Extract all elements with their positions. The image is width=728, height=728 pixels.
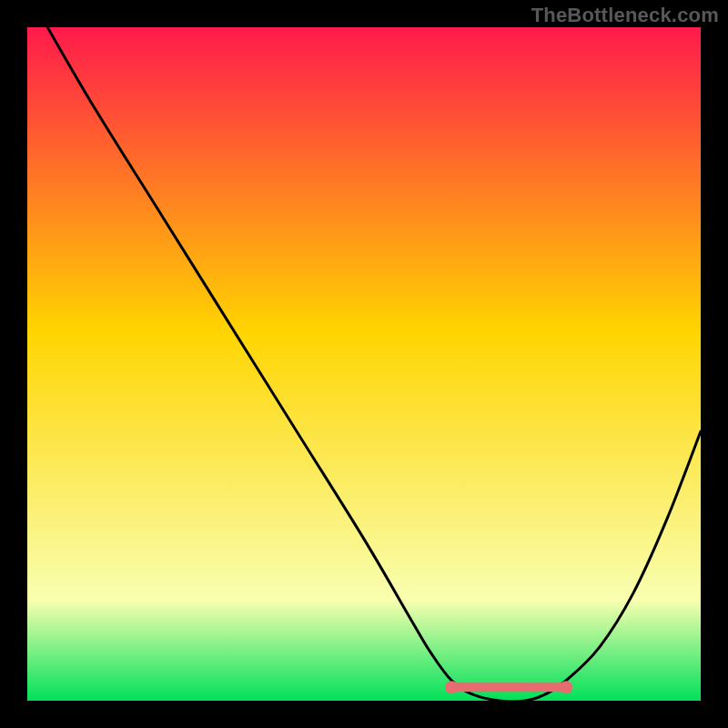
- watermark-text: TheBottleneck.com: [531, 4, 719, 27]
- curve-layer: [27, 27, 701, 701]
- optimal-range-start-dot: [445, 681, 458, 693]
- plot-area: [27, 27, 701, 701]
- bottleneck-curve: [47, 27, 701, 701]
- bottleneck-chart: TheBottleneck.com: [0, 0, 728, 728]
- optimal-range-end-dot: [560, 681, 572, 693]
